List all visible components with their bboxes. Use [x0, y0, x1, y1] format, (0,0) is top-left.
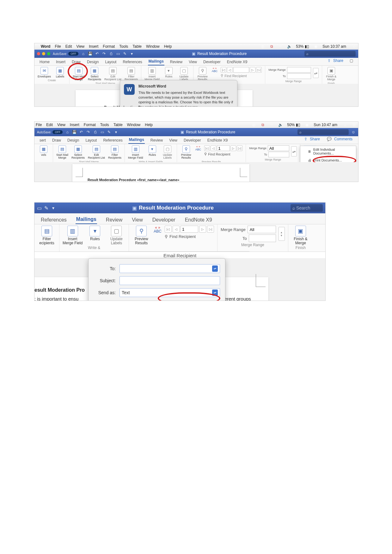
- save-icon[interactable]: 💾: [72, 130, 77, 134]
- save-icon[interactable]: 💾: [88, 52, 92, 56]
- preview-results-button[interactable]: ⚲Preview Results: [132, 226, 150, 245]
- abc-toggle[interactable]: « »ABC: [195, 145, 201, 151]
- display-icon[interactable]: ⧉: [269, 44, 274, 49]
- tab-design[interactable]: Design: [86, 58, 99, 65]
- tab-developer[interactable]: Developer: [152, 216, 176, 224]
- airplay-icon[interactable]: ◎: [252, 123, 256, 127]
- last-record-button[interactable]: ▷|: [237, 145, 242, 151]
- prev-record-button[interactable]: ◁: [173, 226, 180, 233]
- siri-icon[interactable]: ◉: [305, 123, 309, 127]
- menu-format[interactable]: Format: [103, 44, 115, 49]
- update-labels-button[interactable]: ▢Update Labels: [178, 67, 190, 81]
- print-icon[interactable]: ⎙: [109, 52, 113, 56]
- record-number-input[interactable]: [181, 226, 198, 233]
- qat-customize-icon[interactable]: ▾: [130, 52, 134, 56]
- record-number-input[interactable]: [217, 145, 230, 151]
- tab-view[interactable]: View: [168, 137, 178, 144]
- menu-file[interactable]: File: [55, 44, 61, 49]
- sendas-dropdown-icon[interactable]: ▴▾: [212, 289, 218, 296]
- merge-range-to-input[interactable]: [249, 234, 276, 242]
- record-number-input[interactable]: [233, 67, 249, 73]
- tab-mailings[interactable]: Mailings: [76, 215, 97, 224]
- menu-edit[interactable]: Edit: [65, 44, 72, 49]
- menu-window[interactable]: Window: [127, 123, 141, 127]
- find-recipient-button[interactable]: Find Recipient: [224, 74, 247, 78]
- edit-recipient-list-button[interactable]: ▤Edit Recipient List: [104, 67, 121, 81]
- preview-results-button[interactable]: ⚲Preview Results: [180, 145, 192, 160]
- clock[interactable]: Sun 10:37 am: [322, 44, 347, 49]
- comments-button[interactable]: ▢: [349, 57, 354, 64]
- spotlight-icon[interactable]: ⌕: [343, 123, 347, 127]
- menu-table[interactable]: Table: [113, 123, 123, 127]
- update-labels-button[interactable]: ▢Update Labels: [107, 226, 126, 245]
- menu-edit[interactable]: Edit: [46, 123, 53, 127]
- tab-draw[interactable]: Draw: [52, 137, 62, 144]
- autosave-toggle[interactable]: AutoSave OFF: [37, 130, 63, 134]
- editor-icon[interactable]: ✎: [123, 52, 127, 56]
- tab-endnote[interactable]: EndNote X9: [226, 58, 248, 65]
- preview-results-button[interactable]: ⚲Preview Results: [197, 67, 209, 81]
- wifi-icon[interactable]: ⌔: [269, 123, 274, 127]
- menu-help[interactable]: Help: [164, 44, 172, 49]
- merge-range-from-input[interactable]: [287, 67, 311, 73]
- start-mail-merge-button[interactable]: ▤Start Mail Merge: [73, 67, 85, 81]
- siri-icon[interactable]: ◉: [314, 44, 318, 49]
- start-mail-merge-button[interactable]: ▤Start Mail Merge: [56, 145, 68, 160]
- last-record-button[interactable]: ▷|: [207, 226, 214, 233]
- prev-record-button[interactable]: ◁: [211, 145, 216, 151]
- tab-insert[interactable]: Insert: [55, 58, 66, 65]
- find-recipient-button[interactable]: Find Recipient: [169, 234, 196, 239]
- undo-icon[interactable]: ↶: [95, 52, 99, 56]
- search-in-document[interactable]: ⌕ Search: [291, 204, 323, 212]
- minimize-window-button[interactable]: [42, 52, 45, 55]
- merge-range-from-input[interactable]: [268, 145, 289, 151]
- zoom-window-button[interactable]: [47, 52, 50, 55]
- insert-merge-field-button[interactable]: ▥Insert Merge Field: [144, 67, 160, 81]
- spotlight-icon[interactable]: ⌕: [352, 44, 356, 49]
- select-recipients-button[interactable]: ▦Select Recipients: [71, 145, 85, 160]
- menu-file[interactable]: File: [36, 123, 42, 127]
- tab-mailings[interactable]: Mailings: [148, 58, 164, 65]
- notifications-icon[interactable]: ☰: [352, 123, 356, 127]
- qat-customize-icon[interactable]: ▾: [114, 130, 118, 134]
- first-record-button[interactable]: |◁: [221, 67, 226, 73]
- subject-field[interactable]: [119, 276, 220, 285]
- tab-design[interactable]: Design: [67, 137, 80, 144]
- tab-endnote[interactable]: EndNote X9: [207, 137, 229, 144]
- filter-recipients-button[interactable]: ▤Filter Recipients: [108, 145, 121, 160]
- menu-help[interactable]: Help: [145, 123, 153, 127]
- new-doc-icon[interactable]: ▭: [100, 130, 104, 134]
- filter-recipients-button[interactable]: ▤Filter Recipients: [125, 67, 138, 81]
- print-icon[interactable]: ⎙: [93, 130, 97, 134]
- finish-merge-button[interactable]: ▣Finish & Merge: [291, 226, 310, 245]
- share-button[interactable]: ⇪Share: [303, 134, 321, 144]
- editor-icon[interactable]: ✎: [107, 130, 111, 134]
- abc-toggle[interactable]: « »ABC: [212, 67, 218, 73]
- menu-tools[interactable]: Tools: [119, 44, 128, 49]
- document-area[interactable]: Result Moderation Procedure «first_name»…: [34, 162, 358, 182]
- first-record-button[interactable]: |◁: [204, 145, 210, 151]
- menu-window[interactable]: Window: [146, 44, 160, 49]
- new-doc-icon[interactable]: ▭: [37, 206, 41, 210]
- tab-review[interactable]: Review: [105, 216, 123, 224]
- edit-recipient-list-button[interactable]: ▤Edit Recipient List: [88, 145, 105, 160]
- merge-range-to-input[interactable]: [268, 152, 289, 157]
- tab-references[interactable]: References: [102, 137, 123, 144]
- tab-view[interactable]: View: [131, 216, 143, 224]
- qat-customize-icon[interactable]: ▾: [51, 206, 55, 210]
- tab-layout[interactable]: Layout: [104, 58, 117, 65]
- volume-icon[interactable]: 🔈: [278, 123, 283, 127]
- find-recipient-button[interactable]: Find Recipient: [208, 152, 230, 156]
- last-record-button[interactable]: ▷|: [256, 67, 262, 73]
- airplay-icon[interactable]: ◎: [260, 44, 265, 49]
- menu-insert[interactable]: Insert: [70, 123, 79, 127]
- menu-tools[interactable]: Tools: [100, 123, 109, 127]
- tab-mailings[interactable]: Mailings: [128, 136, 145, 144]
- rules-button[interactable]: ▾Rules: [146, 145, 158, 156]
- menu-edit-individual-documents[interactable]: 🗎Edit Individual Documents...: [300, 146, 356, 157]
- tab-layout[interactable]: Layout: [85, 137, 97, 144]
- home-icon[interactable]: ⌂: [81, 52, 85, 56]
- sendas-field[interactable]: Text▴▾: [119, 288, 220, 297]
- tab-draw[interactable]: Draw: [71, 58, 81, 65]
- battery-status[interactable]: 50%▮▯: [287, 123, 300, 127]
